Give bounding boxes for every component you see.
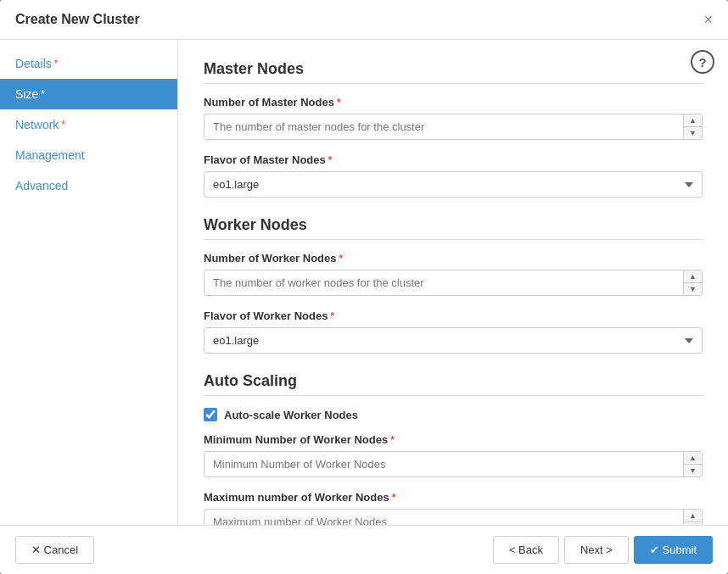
master-nodes-count-down[interactable]: ▼ <box>684 127 702 139</box>
help-button[interactable]: ? <box>691 50 714 74</box>
max-workers-input[interactable] <box>204 509 703 525</box>
worker-nodes-flavor-group: Flavor of Worker Nodes * eo1.large eo1.x… <box>204 309 703 354</box>
min-workers-down[interactable]: ▼ <box>684 465 702 476</box>
sidebar-item-label: Details <box>15 57 52 70</box>
master-nodes-count-input-wrapper: ▲ ▼ <box>204 114 703 140</box>
worker-nodes-count-input-wrapper: ▲ ▼ <box>204 270 703 296</box>
auto-scale-checkbox[interactable] <box>204 408 217 421</box>
max-workers-input-wrapper: ▲ ▼ <box>204 509 703 525</box>
auto-scale-label: Auto-scale Worker Nodes <box>224 409 358 421</box>
sidebar-required-dot: * <box>54 58 59 70</box>
sidebar-item-details[interactable]: Details * <box>0 48 177 79</box>
modal-footer: ✕ Cancel < Back Next > ✔ Submit <box>0 525 728 574</box>
master-nodes-count-up[interactable]: ▲ <box>684 114 702 127</box>
modal-overlay: Create New Cluster × Details * Size * Ne… <box>0 0 728 574</box>
worker-nodes-flavor-label: Flavor of Worker Nodes * <box>204 309 703 322</box>
max-workers-spinner: ▲ ▼ <box>683 510 702 525</box>
sidebar-required-dot: * <box>61 119 65 131</box>
next-button[interactable]: Next > <box>564 536 629 564</box>
cancel-button[interactable]: ✕ Cancel <box>15 536 94 564</box>
master-nodes-section: Master Nodes Number of Master Nodes * ▲ … <box>204 60 703 198</box>
worker-nodes-flavor-select[interactable]: eo1.large eo1.xlarge eo1.2xlarge <box>204 327 703 354</box>
sidebar-item-size[interactable]: Size * <box>0 79 177 109</box>
modal-header: Create New Cluster × <box>0 0 728 40</box>
sidebar-item-label: Network <box>15 118 59 131</box>
back-button[interactable]: < Back <box>493 536 559 564</box>
min-workers-group: Minimum Number of Worker Nodes * ▲ ▼ <box>204 433 703 477</box>
master-nodes-count-spinner: ▲ ▼ <box>683 114 702 139</box>
master-nodes-count-input[interactable] <box>204 114 703 140</box>
min-workers-spinner: ▲ ▼ <box>683 452 702 476</box>
sidebar: Details * Size * Network * Management Ad… <box>0 40 178 525</box>
modal-title: Create New Cluster <box>15 12 140 27</box>
modal-body: Details * Size * Network * Management Ad… <box>0 40 728 525</box>
worker-nodes-count-label: Number of Worker Nodes * <box>204 252 703 265</box>
master-nodes-count-label: Number of Master Nodes * <box>204 96 703 109</box>
master-nodes-flavor-select[interactable]: eo1.large eo1.xlarge eo1.2xlarge <box>204 171 703 198</box>
sidebar-item-label: Management <box>15 148 85 162</box>
min-workers-up[interactable]: ▲ <box>684 452 702 465</box>
sidebar-item-advanced[interactable]: Advanced <box>0 170 177 201</box>
master-nodes-flavor-group: Flavor of Master Nodes * eo1.large eo1.x… <box>204 153 703 198</box>
worker-nodes-title: Worker Nodes <box>204 216 703 240</box>
sidebar-item-label: Size <box>15 87 38 101</box>
submit-button[interactable]: ✔ Submit <box>634 536 713 564</box>
worker-nodes-count-down[interactable]: ▼ <box>684 283 702 295</box>
master-nodes-title: Master Nodes <box>204 60 703 84</box>
footer-right: < Back Next > ✔ Submit <box>493 536 713 564</box>
worker-nodes-count-group: Number of Worker Nodes * ▲ ▼ <box>204 252 703 296</box>
max-workers-up[interactable]: ▲ <box>684 510 702 522</box>
sidebar-required-dot: * <box>41 88 45 100</box>
max-workers-label: Maximum number of Worker Nodes * <box>204 491 703 504</box>
auto-scaling-title: Auto Scaling <box>204 372 703 396</box>
required-star: * <box>330 310 334 322</box>
sidebar-item-label: Advanced <box>15 179 68 192</box>
required-star: * <box>392 492 396 504</box>
sidebar-item-network[interactable]: Network * <box>0 109 177 140</box>
worker-nodes-count-up[interactable]: ▲ <box>684 270 702 283</box>
master-nodes-count-group: Number of Master Nodes * ▲ ▼ <box>204 96 703 140</box>
modal: Create New Cluster × Details * Size * Ne… <box>0 0 728 574</box>
master-nodes-flavor-label: Flavor of Master Nodes * <box>204 153 703 166</box>
main-content: ? Master Nodes Number of Master Nodes * … <box>178 40 728 525</box>
min-workers-label: Minimum Number of Worker Nodes * <box>204 433 703 446</box>
auto-scale-checkbox-row: Auto-scale Worker Nodes <box>204 408 703 421</box>
required-star: * <box>337 97 341 109</box>
required-star: * <box>328 154 333 166</box>
min-workers-input-wrapper: ▲ ▼ <box>204 451 703 477</box>
worker-nodes-section: Worker Nodes Number of Worker Nodes * ▲ … <box>204 216 703 354</box>
max-workers-down[interactable]: ▼ <box>684 522 702 525</box>
min-workers-input[interactable] <box>204 451 703 477</box>
worker-nodes-count-input[interactable] <box>204 270 703 296</box>
sidebar-item-management[interactable]: Management <box>0 140 177 170</box>
required-star: * <box>390 434 395 446</box>
required-star: * <box>339 253 344 265</box>
worker-nodes-count-spinner: ▲ ▼ <box>683 270 702 295</box>
auto-scaling-section: Auto Scaling Auto-scale Worker Nodes Min… <box>204 372 703 525</box>
max-workers-group: Maximum number of Worker Nodes * ▲ ▼ <box>204 491 703 525</box>
close-button[interactable]: × <box>703 12 713 27</box>
